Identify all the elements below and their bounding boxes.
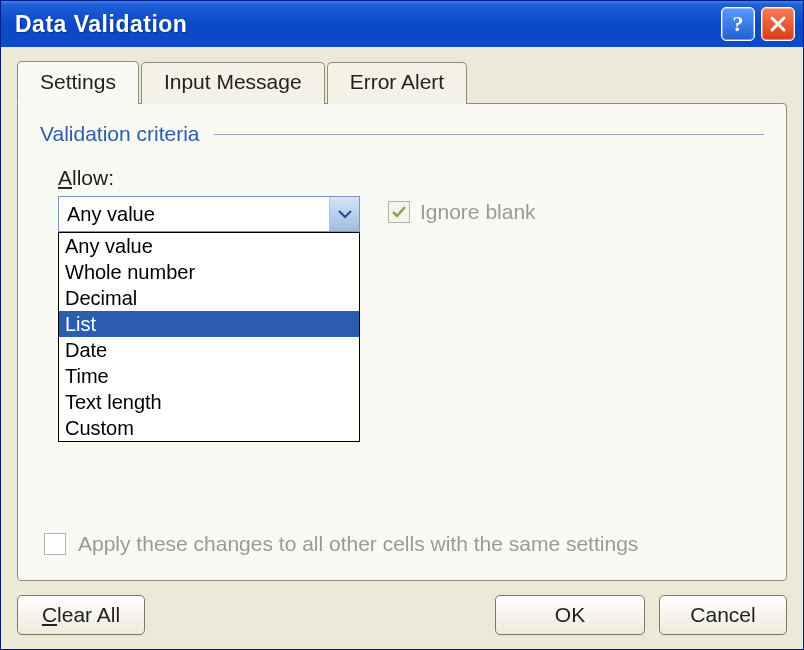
dialog-buttons: Clear All OK Cancel <box>17 581 787 635</box>
apply-all-checkbox <box>44 533 66 555</box>
close-icon <box>769 15 787 33</box>
check-icon <box>391 204 407 220</box>
close-button[interactable] <box>761 7 795 41</box>
allow-option[interactable]: Decimal <box>59 285 359 311</box>
ok-button[interactable]: OK <box>495 595 645 635</box>
window-title: Data Validation <box>15 11 721 38</box>
tab-input-message[interactable]: Input Message <box>141 62 325 104</box>
titlebar-buttons: ? <box>721 7 795 41</box>
allow-combobox-display[interactable]: Any value <box>58 196 360 232</box>
cancel-button[interactable]: Cancel <box>659 595 787 635</box>
allow-dropdown-button[interactable] <box>329 197 359 231</box>
tab-error-alert[interactable]: Error Alert <box>327 62 468 104</box>
titlebar: Data Validation ? <box>1 1 803 47</box>
chevron-down-icon <box>338 209 352 219</box>
allow-dropdown-list[interactable]: Any valueWhole numberDecimalListDateTime… <box>58 232 360 442</box>
allow-option[interactable]: Date <box>59 337 359 363</box>
ignore-blank-checkbox <box>388 201 410 223</box>
allow-field: Allow: Any value Any valueWhole num <box>58 166 764 232</box>
allow-option[interactable]: Custom <box>59 415 359 441</box>
allow-selected-value: Any value <box>67 203 329 226</box>
allow-option[interactable]: Text length <box>59 389 359 415</box>
data-validation-dialog: Data Validation ? Settings Input Message… <box>0 0 804 650</box>
apply-all-label: Apply these changes to all other cells w… <box>78 532 638 556</box>
allow-combobox[interactable]: Any value Any valueWhole numberDecimalLi… <box>58 196 360 232</box>
client-area: Settings Input Message Error Alert Valid… <box>1 47 803 649</box>
section-heading-text: Validation criteria <box>40 122 200 146</box>
clear-all-button[interactable]: Clear All <box>17 595 145 635</box>
ignore-blank-row: Ignore blank <box>388 200 536 224</box>
ignore-blank-label: Ignore blank <box>420 200 536 224</box>
tabpanel-settings: Validation criteria Allow: Any value <box>17 103 787 581</box>
allow-option[interactable]: List <box>59 311 359 337</box>
allow-row: Any value Any valueWhole numberDecimalLi… <box>58 196 764 232</box>
allow-option[interactable]: Whole number <box>59 259 359 285</box>
section-divider <box>214 134 764 135</box>
tabstrip: Settings Input Message Error Alert <box>17 61 787 103</box>
allow-option[interactable]: Any value <box>59 233 359 259</box>
apply-all-row: Apply these changes to all other cells w… <box>44 532 638 556</box>
allow-label: Allow: <box>58 166 764 190</box>
help-button[interactable]: ? <box>721 7 755 41</box>
tab-settings[interactable]: Settings <box>17 61 139 104</box>
allow-option[interactable]: Time <box>59 363 359 389</box>
help-icon: ? <box>733 11 744 37</box>
section-heading: Validation criteria <box>40 122 764 146</box>
